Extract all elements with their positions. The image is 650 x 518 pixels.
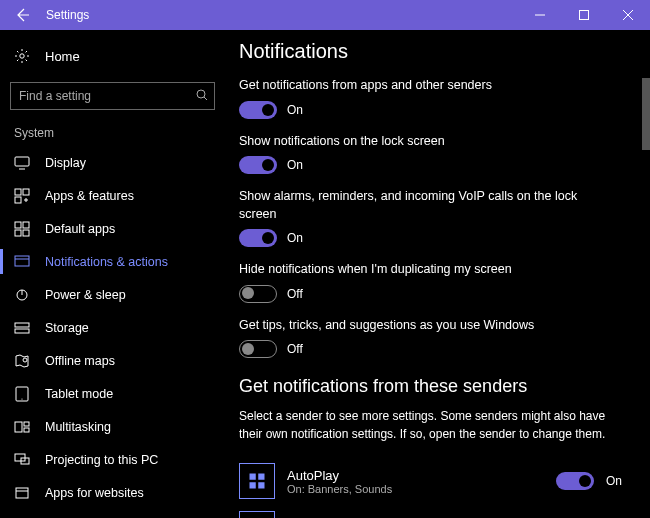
- sidebar-item-storage[interactable]: Storage: [0, 311, 225, 344]
- category-label: System: [0, 124, 225, 146]
- sender-subtitle: On: Banners, Sounds: [287, 483, 544, 495]
- sidebar: Home System DisplayApps & featuresDefaul…: [0, 30, 225, 518]
- setting-description: Get notifications from apps and other se…: [239, 77, 589, 95]
- toggle-switch[interactable]: [239, 101, 277, 119]
- sidebar-item-notifications[interactable]: Notifications & actions: [0, 245, 225, 278]
- toggle-row: On: [239, 229, 632, 247]
- autoplay-icon: [239, 463, 275, 499]
- calendar-icon: [239, 511, 275, 518]
- nav-label: Storage: [45, 321, 89, 335]
- minimize-button[interactable]: [518, 0, 562, 30]
- svg-rect-20: [24, 428, 29, 432]
- setting-description: Show alarms, reminders, and incoming VoI…: [239, 188, 589, 223]
- sidebar-item-multitask[interactable]: Multitasking: [0, 410, 225, 443]
- toggle-row: On: [239, 156, 632, 174]
- close-icon: [623, 10, 633, 20]
- sender-row-autoplay[interactable]: AutoPlayOn: Banners, SoundsOn: [239, 459, 632, 503]
- main-panel: Notifications Get notifications from app…: [225, 30, 650, 518]
- toggle-state-label: On: [287, 103, 303, 117]
- setting-block: Hide notifications when I'm duplicating …: [239, 261, 632, 303]
- toggle-switch[interactable]: [239, 156, 277, 174]
- home-label: Home: [45, 49, 80, 64]
- setting-block: Get notifications from apps and other se…: [239, 77, 632, 119]
- display-icon: [14, 155, 30, 171]
- minimize-icon: [535, 10, 545, 20]
- search-icon: [195, 88, 209, 106]
- svg-rect-27: [250, 482, 256, 488]
- senders-heading: Get notifications from these senders: [239, 376, 632, 397]
- maps-icon: [14, 353, 30, 369]
- toggle-switch[interactable]: [239, 285, 277, 303]
- nav-label: Default apps: [45, 222, 115, 236]
- power-icon: [14, 287, 30, 303]
- search-input[interactable]: [10, 82, 215, 110]
- nav-label: Power & sleep: [45, 288, 126, 302]
- svg-rect-19: [24, 422, 29, 426]
- home-button[interactable]: Home: [0, 38, 225, 74]
- nav-label: Apps & features: [45, 189, 134, 203]
- toggle-switch[interactable]: [239, 229, 277, 247]
- svg-rect-18: [15, 422, 22, 432]
- setting-description: Get tips, tricks, and suggestions as you…: [239, 317, 589, 335]
- svg-rect-10: [23, 230, 29, 236]
- toggle-row: On: [239, 101, 632, 119]
- defaultapps-icon: [14, 221, 30, 237]
- sidebar-item-power[interactable]: Power & sleep: [0, 278, 225, 311]
- svg-rect-4: [15, 189, 21, 195]
- storage-icon: [14, 320, 30, 336]
- svg-rect-6: [15, 197, 21, 203]
- nav-label: Offline maps: [45, 354, 115, 368]
- sidebar-item-apps[interactable]: Apps & features: [0, 179, 225, 212]
- senders-description: Select a sender to see more settings. So…: [239, 407, 609, 443]
- search-container: [10, 82, 215, 110]
- setting-block: Get tips, tricks, and suggestions as you…: [239, 317, 632, 359]
- svg-point-2: [197, 90, 205, 98]
- sidebar-item-maps[interactable]: Offline maps: [0, 344, 225, 377]
- close-button[interactable]: [606, 0, 650, 30]
- multitask-icon: [14, 419, 30, 435]
- toggle-state-label: On: [287, 231, 303, 245]
- svg-rect-14: [15, 329, 29, 333]
- page-title: Notifications: [239, 40, 632, 63]
- nav-label: Display: [45, 156, 86, 170]
- nav-list: DisplayApps & featuresDefault appsNotifi…: [0, 146, 225, 518]
- back-button[interactable]: [0, 0, 44, 30]
- apps-icon: [14, 188, 30, 204]
- svg-rect-11: [15, 256, 29, 266]
- titlebar: Settings: [0, 0, 650, 30]
- svg-point-17: [21, 398, 22, 399]
- svg-point-15: [23, 358, 27, 362]
- maximize-icon: [579, 10, 589, 20]
- toggle-state-label: Off: [287, 287, 303, 301]
- senders-list: AutoPlayOn: Banners, SoundsOnCalendarOn:…: [239, 459, 632, 518]
- nav-label: Tablet mode: [45, 387, 113, 401]
- svg-rect-7: [15, 222, 21, 228]
- notifications-icon: [14, 254, 30, 270]
- web-icon: [14, 485, 30, 501]
- maximize-button[interactable]: [562, 0, 606, 30]
- toggle-switch[interactable]: [239, 340, 277, 358]
- window-title: Settings: [46, 8, 518, 22]
- nav-label: Apps for websites: [45, 486, 144, 500]
- sidebar-item-defaultapps[interactable]: Default apps: [0, 212, 225, 245]
- sender-texts: AutoPlayOn: Banners, Sounds: [287, 468, 544, 495]
- svg-rect-25: [250, 474, 256, 480]
- sender-row-calendar[interactable]: CalendarOn: Banners, SoundsOn: [239, 507, 632, 518]
- scrollbar-thumb[interactable]: [642, 78, 650, 150]
- sender-name: AutoPlay: [287, 468, 544, 483]
- sidebar-item-about[interactable]: About: [0, 509, 225, 518]
- sender-toggle[interactable]: [556, 472, 594, 490]
- sidebar-item-project[interactable]: Projecting to this PC: [0, 443, 225, 476]
- tablet-icon: [14, 386, 30, 402]
- window-controls: [518, 0, 650, 30]
- setting-block: Show notifications on the lock screenOn: [239, 133, 632, 175]
- sidebar-item-tablet[interactable]: Tablet mode: [0, 377, 225, 410]
- settings-list: Get notifications from apps and other se…: [239, 77, 632, 358]
- sidebar-item-web[interactable]: Apps for websites: [0, 476, 225, 509]
- setting-description: Show notifications on the lock screen: [239, 133, 589, 151]
- svg-rect-28: [258, 482, 264, 488]
- svg-rect-5: [23, 189, 29, 195]
- sidebar-item-display[interactable]: Display: [0, 146, 225, 179]
- project-icon: [14, 452, 30, 468]
- svg-rect-13: [15, 323, 29, 327]
